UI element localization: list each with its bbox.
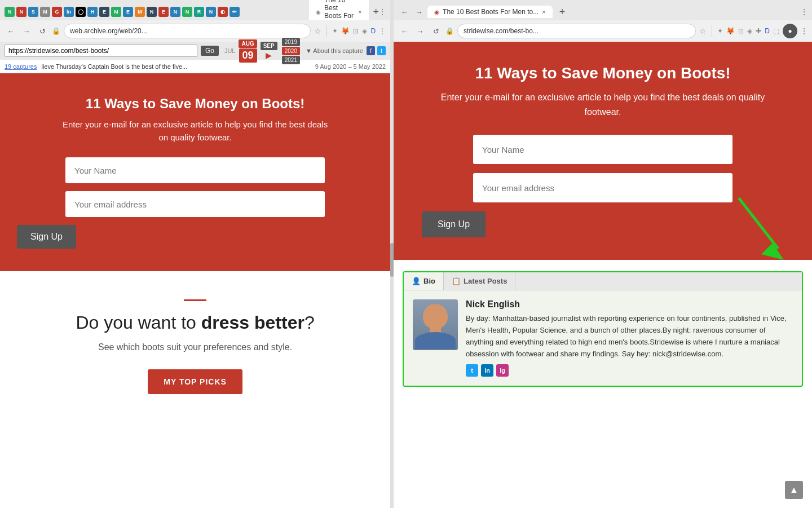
more-menu-right[interactable]: ⋮ (801, 27, 807, 35)
about-capture-btn[interactable]: ▼ About this capture (306, 47, 363, 54)
capture-middle-text: lieve Thursday's Captain Boot is the bes… (41, 63, 187, 70)
right-ext-3[interactable]: ⊡ (738, 27, 744, 35)
left-tab-bar: N N S M G ln ◯ H E M E M N E N N R N ◐ ✏… (0, 0, 390, 20)
bookmark-btn-right[interactable]: ☆ (699, 26, 707, 36)
forward-btn-right-top[interactable]: → (413, 6, 425, 18)
refresh-btn-left[interactable]: ↺ (36, 25, 48, 37)
twitter-share-icon[interactable]: t (377, 46, 386, 55)
author-name: Nick English (466, 299, 793, 310)
back-btn-left[interactable]: ← (5, 25, 17, 37)
left-top-picks-btn[interactable]: MY TOP PICKS (148, 369, 242, 394)
new-tab-btn-left[interactable]: + (373, 6, 379, 18)
wayback-sep-calendar: SEP ▶ (261, 42, 277, 60)
browser-icon-16: N (182, 7, 192, 17)
ext-icon-1[interactable]: ✦ (332, 27, 338, 35)
address-bar-left[interactable] (64, 24, 311, 38)
year-2019[interactable]: 2019 (282, 38, 300, 46)
author-info: Nick English By day: Manhattan-based jou… (466, 299, 793, 377)
forward-btn-left[interactable]: → (20, 25, 33, 37)
right-email-input[interactable] (473, 173, 732, 202)
instagram-icon[interactable]: ig (496, 364, 509, 377)
back-btn-right-top[interactable]: ← (398, 6, 411, 18)
right-name-input[interactable] (473, 135, 732, 164)
new-tab-btn-right[interactable]: + (555, 4, 570, 20)
year-2020[interactable]: 2020 (282, 47, 300, 55)
facebook-share-icon[interactable]: f (367, 46, 375, 55)
left-body-section: Do you want to dress better? See which b… (0, 271, 390, 422)
left-name-input[interactable] (65, 157, 325, 183)
wayback-years: 2019 2020 2021 (282, 38, 300, 64)
right-signup-btn[interactable]: Sign Up (422, 211, 486, 237)
green-arrow-svg (727, 192, 795, 266)
right-ext-7[interactable]: ⬚ (773, 27, 779, 35)
svg-marker-1 (761, 243, 784, 260)
right-hero-title: 11 Ways to Save Money on Boots! (422, 64, 784, 82)
more-extensions[interactable]: ⋮ (379, 27, 386, 35)
left-body-subtitle: See which boots suit your preferences an… (17, 342, 373, 352)
person-icon: 👤 (412, 277, 421, 285)
play-icon: ▶ (266, 51, 272, 60)
left-hero-subtitle: Enter your e-mail for an exclusive artic… (60, 118, 330, 144)
avatar-face (413, 299, 458, 350)
right-tab-close[interactable]: × (542, 8, 545, 15)
right-ext-4[interactable]: ◈ (747, 27, 752, 35)
ext-icon-3[interactable]: ⊡ (353, 27, 359, 35)
date-label: 09 (239, 48, 257, 63)
forward-btn-right[interactable]: → (414, 25, 426, 37)
right-nav-bar: ← → ↺ 🔒 ☆ ✦ 🦊 ⊡ ◈ ✚ D ⬚ ● ⋮ (394, 20, 812, 42)
refresh-btn-right[interactable]: ↺ (430, 25, 442, 37)
aug-label: AUG (239, 39, 257, 48)
browser-icon-17: R (194, 7, 204, 17)
browser-icon-10: M (111, 7, 121, 17)
linkedin-icon[interactable]: in (481, 364, 493, 377)
browser-icon-11: E (123, 7, 133, 17)
browser-icon-9: E (99, 7, 109, 17)
left-hero-section: 11 Ways to Save Money on Boots! Enter yo… (0, 73, 390, 271)
left-body-title: Do you want to dress better? (17, 312, 373, 333)
left-divider (184, 299, 206, 301)
left-signup-btn[interactable]: Sign Up (17, 225, 76, 249)
posts-icon: 📋 (452, 277, 461, 285)
left-main-content: 11 Ways to Save Money on Boots! Enter yo… (0, 73, 390, 508)
right-tab-favicon: ◉ (434, 9, 439, 15)
wayback-go-btn[interactable]: Go (201, 46, 219, 56)
more-btn-left[interactable]: ⋮ (379, 8, 386, 16)
year-2021[interactable]: 2021 (282, 56, 300, 64)
bio-wrapper: 👤 Bio 📋 Latest Posts (394, 271, 812, 387)
right-ext-6[interactable]: D (765, 27, 770, 35)
right-ext-5[interactable]: ✚ (756, 27, 761, 35)
browser-icon-15: N (170, 7, 180, 17)
browser-icon-14: E (158, 7, 169, 17)
wayback-url-input[interactable] (5, 45, 197, 57)
ext-icon-2[interactable]: 🦊 (341, 27, 350, 35)
author-bio-text: By day: Manhattan-based journalist with … (466, 313, 793, 360)
scroll-to-top-btn[interactable]: ▲ (785, 481, 803, 499)
bio-tab-posts-label: Latest Posts (464, 277, 507, 285)
right-ext-1[interactable]: ✦ (717, 27, 723, 35)
wayback-bar: Go JUL AUG 09 SEP ▶ 2019 2020 2021 ▼ Abo… (0, 42, 390, 60)
bookmark-btn-left[interactable]: ☆ (314, 26, 321, 36)
more-btn-right-top[interactable]: ⋮ (801, 8, 807, 16)
capture-link[interactable]: 19 captures (5, 63, 37, 70)
browser-icon-2: N (16, 7, 27, 17)
ext-icon-4[interactable]: ◈ (362, 27, 367, 35)
profile-icon-right[interactable]: ● (783, 24, 797, 38)
avatar-head (423, 304, 448, 329)
right-ext-2[interactable]: 🦊 (726, 27, 735, 35)
jul-label: JUL (224, 47, 236, 54)
avatar-shoulders (415, 332, 456, 349)
right-tab-bar: ← → ◉ The 10 Best Boots For Men to... × … (394, 0, 812, 20)
browser-icon-8: H (87, 7, 98, 17)
browser-icon-12: M (135, 7, 145, 17)
browser-icon-1: N (5, 7, 15, 17)
ext-icon-5[interactable]: D (370, 27, 376, 35)
bio-tab-bio[interactable]: 👤 Bio (404, 272, 444, 290)
back-btn-right[interactable]: ← (398, 25, 411, 37)
left-tab-close[interactable]: × (358, 8, 361, 15)
left-email-input[interactable] (65, 191, 325, 217)
bio-tab-posts[interactable]: 📋 Latest Posts (444, 272, 515, 290)
twitter-icon[interactable]: t (466, 364, 478, 377)
right-active-tab[interactable]: ◉ The 10 Best Boots For Men to... × (427, 6, 553, 18)
address-bar-right[interactable] (457, 24, 696, 38)
author-avatar (413, 299, 458, 350)
